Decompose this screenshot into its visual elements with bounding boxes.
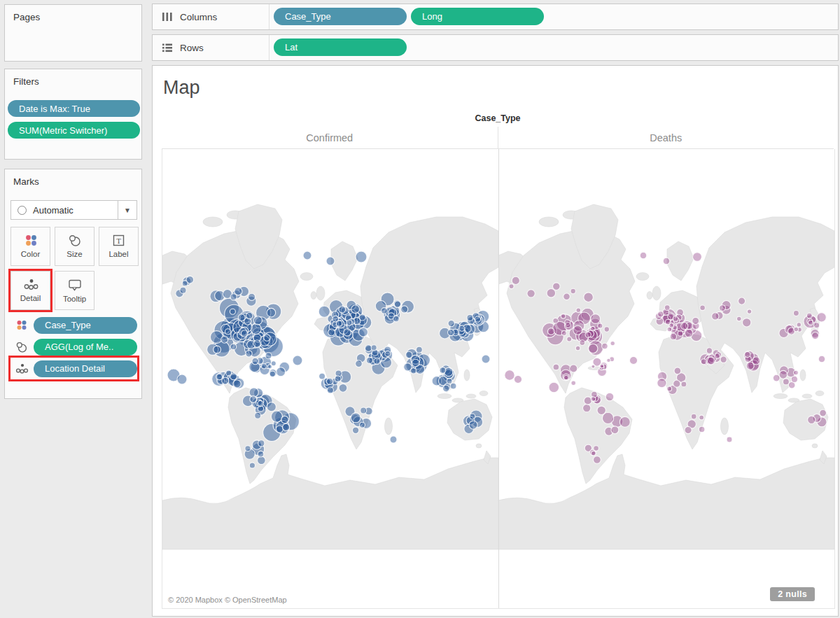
worksheet-card: Map Case_Type Confirmed Deaths © 2020 Ma… (152, 65, 839, 617)
label-icon: T (113, 234, 125, 246)
size-icon (68, 234, 82, 246)
map-pane-deaths[interactable] (498, 149, 834, 608)
columns-shelf-label: Columns (180, 12, 217, 22)
header-deaths[interactable]: Deaths (498, 127, 834, 148)
rows-pill-lat[interactable]: Lat (274, 38, 407, 56)
filters-panel: Filters Date is Max: True SUM(Metric Swi… (4, 69, 142, 160)
marks-row-color: Case_Type (10, 314, 137, 336)
chevron-down-icon[interactable]: ▼ (118, 201, 136, 219)
marks-panel-title: Marks (5, 169, 141, 187)
tableau-workspace: Pages Filters Date is Max: True SUM(Metr… (0, 0, 840, 618)
columns-icon (162, 12, 173, 22)
filter-pill-stack: Date is Max: True SUM(Metric Switcher) (5, 100, 141, 139)
detail-icon (22, 279, 39, 290)
detail-button-label: Detail (20, 294, 41, 302)
detail-icon (15, 363, 29, 374)
size-icon (15, 342, 29, 353)
marks-button-grid: Color Size T Label (10, 227, 139, 310)
mark-type-dropdown[interactable]: Automatic ▼ (10, 200, 137, 220)
shelf-separator (269, 35, 270, 60)
pages-panel-title: Pages (5, 5, 141, 22)
tooltip-button[interactable]: Tooltip (55, 271, 94, 310)
color-button-label: Color (21, 250, 40, 258)
map-pane-confirmed[interactable] (162, 149, 498, 608)
color-icon (15, 320, 29, 330)
marks-panel: Marks Automatic ▼ Color Size (4, 169, 142, 399)
filters-panel-title: Filters (5, 69, 141, 87)
rows-shelf[interactable]: Rows Lat (152, 34, 839, 61)
circle-mark-icon (18, 206, 27, 215)
marks-card-pills: Case_Type AGG(Log of Me.. Location Detai… (5, 314, 141, 379)
tooltip-button-label: Tooltip (63, 295, 86, 303)
shelf-separator (269, 4, 270, 29)
tooltip-icon (67, 279, 83, 291)
detail-button[interactable]: Detail (10, 271, 50, 310)
pane-divider (498, 149, 499, 608)
marks-pill-location-detail[interactable]: Location Detail (34, 360, 137, 377)
pages-panel[interactable]: Pages (4, 4, 142, 62)
filter-pill-date-is-max[interactable]: Date is Max: True (8, 100, 140, 117)
marks-pill-agg-log[interactable]: AGG(Log of Me.. (34, 339, 137, 356)
size-button-label: Size (66, 250, 82, 258)
worksheet-title: Map (163, 77, 200, 99)
svg-text:T: T (116, 237, 121, 245)
label-button-label: Label (108, 250, 128, 258)
size-button[interactable]: Size (55, 227, 94, 266)
marks-row-size: AGG(Log of Me.. (10, 336, 137, 358)
filter-pill-metric-switcher[interactable]: SUM(Metric Switcher) (8, 122, 140, 139)
map-area: © 2020 Mapbox © OpenStreetMap 2 nulls (162, 149, 835, 609)
columns-shelf[interactable]: Columns Case_Type Long (152, 3, 839, 30)
nulls-indicator-badge[interactable]: 2 nulls (770, 587, 815, 601)
header-confirmed[interactable]: Confirmed (162, 127, 498, 148)
column-field-label: Case_Type (162, 113, 834, 123)
map-attribution: © 2020 Mapbox © OpenStreetMap (168, 596, 287, 604)
marks-row-detail: Location Detail (10, 358, 137, 379)
color-button[interactable]: Color (10, 227, 50, 266)
mark-type-label: Automatic (33, 205, 118, 216)
label-button[interactable]: T Label (99, 227, 139, 266)
color-icon (24, 234, 37, 246)
columns-pill-case-type[interactable]: Case_Type (274, 8, 407, 25)
rows-shelf-label: Rows (180, 43, 204, 53)
column-headers: Confirmed Deaths (162, 127, 834, 149)
columns-pill-long[interactable]: Long (411, 8, 544, 25)
rows-icon (162, 43, 173, 52)
marks-pill-case-type[interactable]: Case_Type (34, 317, 137, 334)
